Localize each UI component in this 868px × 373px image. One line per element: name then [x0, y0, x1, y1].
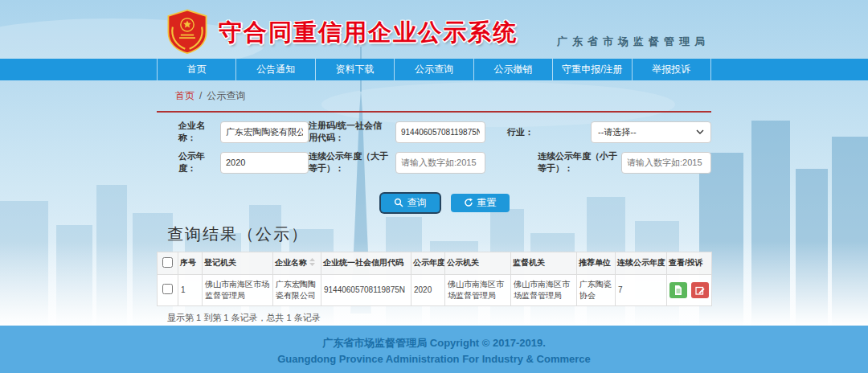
cell-credit-code: 91440605708119875N [321, 274, 411, 305]
field-consecutive-years-lte: 连续公示年度（小于等于）： [538, 150, 711, 175]
consecutive-years-lte-label: 连续公示年度（小于等于）： [538, 150, 621, 175]
cell-publicity-year: 2020 [411, 274, 445, 305]
row-checkbox[interactable] [162, 284, 173, 294]
breadcrumb: 首页 / 公示查询 [157, 80, 711, 113]
nav-inner: 首页 公告通知 资料下载 公示查询 公示撤销 守重申报/注册 举报投诉 [157, 59, 711, 80]
publicity-year-input[interactable] [220, 152, 309, 174]
results-table: 序号 登记机关 企业名称 企业统一社会信用代码 公示年度 公示机关 监督机关 推… [157, 252, 712, 306]
header-publicity-year: 公示年度 [411, 252, 445, 274]
pagination-info: 显示第 1 到第 1 条记录，总共 1 条记录 [157, 312, 711, 324]
field-publicity-year: 公示年度： [178, 150, 309, 175]
field-company-name: 企业名称： [178, 120, 309, 145]
footer-copyright-en: Guangdong Province Administration For In… [0, 353, 868, 365]
row-checkbox-cell [158, 274, 178, 305]
site-header: 守合同重信用企业公示系统 广东省市场监督管理局 [0, 0, 868, 59]
industry-select-value: --请选择-- [598, 126, 637, 138]
field-credit-code: 注册码/统一社会信用代码： [309, 120, 501, 145]
cell-recommending-unit: 广东陶瓷协会 [577, 274, 616, 305]
site-title: 守合同重信用企业公示系统 [219, 17, 518, 49]
nav-item-home[interactable]: 首页 [157, 59, 235, 80]
search-button-label: 查询 [407, 196, 427, 210]
header-company-name[interactable]: 企业名称 [273, 252, 321, 274]
cell-supervision-authority: 佛山市南海区市场监督管理局 [511, 274, 577, 305]
cell-consecutive-years: 7 [616, 274, 667, 305]
complaint-button[interactable] [691, 282, 709, 298]
header-consecutive-years: 连续公示年度 [616, 252, 667, 274]
form-row-1: 企业名称： 注册码/统一社会信用代码： 行业： --请选择-- [178, 120, 711, 145]
footer-copyright-cn: 广东省市场监督管理局 Copyright © 2017-2019. [0, 336, 868, 350]
company-name-input[interactable] [220, 121, 309, 143]
saic-emblem-icon [164, 7, 211, 55]
consecutive-years-gte-label: 连续公示年度（大于等于）： [309, 150, 395, 175]
search-button[interactable]: 查询 [381, 194, 440, 212]
table-header-row: 序号 登记机关 企业名称 企业统一社会信用代码 公示年度 公示机关 监督机关 推… [158, 252, 712, 274]
header-registration-authority: 登记机关 [203, 252, 273, 274]
credit-code-input[interactable] [395, 121, 485, 143]
header-publicity-authority: 公示机关 [445, 252, 511, 274]
publicity-year-label: 公示年度： [178, 150, 220, 175]
header-credit-code: 企业统一社会信用代码 [321, 252, 411, 274]
nav-item-announcements[interactable]: 公告通知 [235, 59, 314, 80]
industry-select[interactable]: --请选择-- [591, 121, 711, 143]
consecutive-years-lte-input[interactable] [621, 152, 711, 174]
nav-item-report-complaint[interactable]: 举报投诉 [632, 59, 711, 80]
breadcrumb-current: 公示查询 [207, 89, 245, 103]
cell-seq: 1 [178, 274, 203, 305]
nav-item-publicity-revoke[interactable]: 公示撤销 [473, 59, 552, 80]
cell-registration-authority: 佛山市南海区市场监督管理局 [203, 274, 273, 305]
reset-button-label: 重置 [477, 196, 497, 210]
cell-company-name: 广东宏陶陶瓷有限公司 [273, 274, 321, 305]
page: 守合同重信用企业公示系统 广东省市场监督管理局 首页 公告通知 资料下载 公示查… [0, 0, 868, 373]
edit-icon [695, 285, 705, 295]
search-icon [394, 198, 403, 207]
reset-button[interactable]: 重置 [451, 194, 510, 212]
nav-item-declare-register[interactable]: 守重申报/注册 [552, 59, 631, 80]
table-row: 1 佛山市南海区市场监督管理局 广东宏陶陶瓷有限公司 9144060570811… [158, 274, 712, 305]
cell-publicity-authority: 佛山市南海区市场监督管理局 [445, 274, 511, 305]
search-form: 企业名称： 注册码/统一社会信用代码： 行业： --请选择-- [157, 120, 711, 212]
results-title: 查询结果（公示） [157, 223, 711, 245]
sort-icon[interactable] [309, 258, 315, 268]
header-view-complaint: 查看/投诉 [667, 252, 712, 274]
nav-item-downloads[interactable]: 资料下载 [315, 59, 394, 80]
industry-label: 行业： [507, 126, 591, 138]
org-name: 广东省市场监督管理局 [557, 35, 710, 49]
select-all-checkbox[interactable] [162, 257, 173, 268]
credit-code-label: 注册码/统一社会信用代码： [309, 120, 395, 145]
header-seq: 序号 [178, 252, 203, 274]
chevron-down-icon [696, 129, 704, 134]
header-recommending-unit: 推荐单位 [577, 252, 616, 274]
refresh-icon [464, 198, 473, 207]
main-nav: 首页 公告通知 资料下载 公示查询 公示撤销 守重申报/注册 举报投诉 [0, 59, 868, 80]
file-icon [674, 285, 682, 295]
nav-item-publicity-query[interactable]: 公示查询 [394, 59, 473, 80]
header-checkbox-cell [158, 252, 178, 274]
breadcrumb-separator: / [199, 90, 202, 101]
action-buttons [669, 282, 709, 298]
field-consecutive-years-gte: 连续公示年度（大于等于）： [309, 150, 531, 175]
form-row-2: 公示年度： 连续公示年度（大于等于）： 连续公示年度（小于等于）： [178, 150, 711, 175]
company-name-label: 企业名称： [178, 120, 220, 145]
form-buttons: 查询 重置 [178, 194, 711, 212]
content-container: 首页 / 公示查询 企业名称： 注册码/统一社会信用代码： 行业： --请选择-… [157, 80, 711, 324]
view-button[interactable] [669, 282, 687, 298]
header-supervision-authority: 监督机关 [511, 252, 577, 274]
cell-actions [667, 274, 712, 305]
consecutive-years-gte-input[interactable] [395, 152, 485, 174]
field-industry: 行业： --请选择-- [507, 121, 711, 143]
breadcrumb-home-link[interactable]: 首页 [175, 89, 194, 103]
footer: 广东省市场监督管理局 Copyright © 2017-2019. Guangd… [0, 326, 868, 373]
